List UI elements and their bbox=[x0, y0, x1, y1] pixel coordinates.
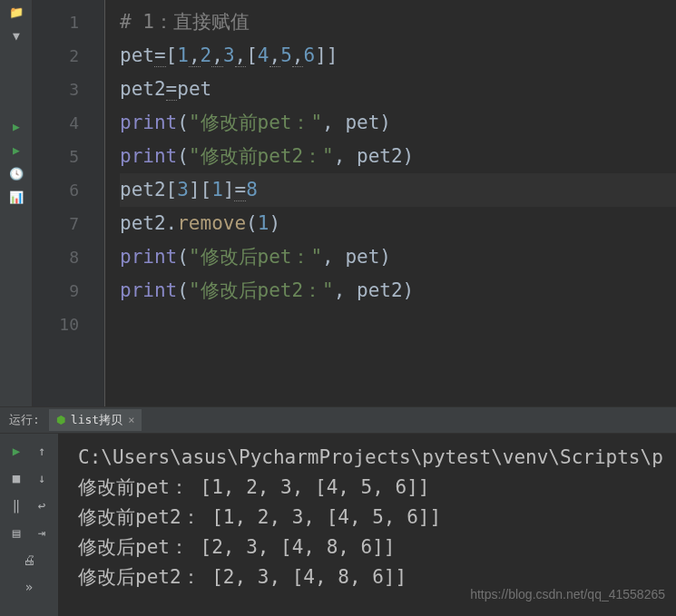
code-line[interactable]: print("修改前pet：", pet) bbox=[120, 106, 676, 140]
scroll-down-icon[interactable]: ↓ bbox=[32, 468, 52, 488]
code-line[interactable]: print("修改后pet2：", pet2) bbox=[120, 274, 676, 308]
code-line[interactable]: print("修改前pet2：", pet2) bbox=[120, 140, 676, 173]
wrap-icon[interactable]: ↩ bbox=[32, 495, 52, 515]
stop-icon[interactable]: ■ bbox=[6, 468, 26, 488]
more-icon[interactable]: » bbox=[19, 577, 39, 597]
layout-icon[interactable]: ▤ bbox=[6, 523, 26, 543]
print-icon[interactable]: 🖨 bbox=[19, 550, 39, 570]
code-line[interactable]: pet2.remove(1) bbox=[120, 207, 676, 240]
run-tabbar: 运行: ⬢ list拷贝 × bbox=[0, 406, 676, 434]
project-folder-icon[interactable]: 📁 bbox=[0, 0, 33, 24]
editor: 12345678910 # 1：直接赋值pet=[1,2,3,[4,5,6]]p… bbox=[33, 0, 676, 406]
gutter-line: 1 bbox=[33, 5, 104, 39]
play-icon-2[interactable]: ▶ bbox=[0, 139, 33, 162]
gutter-line: 2 bbox=[33, 39, 104, 73]
gutter-line: 10 bbox=[33, 308, 104, 341]
run-tab-name: list拷贝 bbox=[71, 412, 122, 428]
code-body[interactable]: # 1：直接赋值pet=[1,2,3,[4,5,6]]pet2=petprint… bbox=[105, 0, 676, 406]
rerun-icon[interactable]: ▶ bbox=[6, 441, 26, 461]
code-line[interactable]: pet2=pet bbox=[120, 73, 676, 106]
code-line[interactable] bbox=[120, 308, 676, 341]
run-label: 运行: bbox=[5, 412, 44, 428]
gutter-line: 7 bbox=[33, 207, 104, 240]
run-panel: 运行: ⬢ list拷贝 × ▶ ↑ ■ ↓ ‖ ↩ ▤ ⇥ bbox=[0, 406, 676, 616]
gutter-line: 6 bbox=[33, 173, 104, 207]
run-toolbar: ▶ ↑ ■ ↓ ‖ ↩ ▤ ⇥ 🖨 » bbox=[0, 434, 58, 616]
code-line[interactable]: print("修改后pet：", pet) bbox=[120, 240, 676, 274]
scroll-up-icon[interactable]: ↑ bbox=[32, 441, 52, 461]
gutter-line: 8 bbox=[33, 240, 104, 274]
collapse-icon[interactable]: ▼ bbox=[0, 24, 33, 47]
code-line[interactable]: pet2[3][1]=8 bbox=[120, 173, 676, 207]
play-icon[interactable]: ▶ bbox=[0, 115, 33, 139]
gutter-line: 4 bbox=[33, 106, 104, 140]
run-tab[interactable]: ⬢ list拷贝 × bbox=[49, 409, 142, 431]
chart-icon[interactable]: 📊 bbox=[0, 186, 33, 210]
python-icon: ⬢ bbox=[56, 414, 65, 426]
gutter-line: 9 bbox=[33, 274, 104, 308]
clock-icon[interactable]: 🕓 bbox=[0, 162, 33, 186]
gutter-line: 5 bbox=[33, 140, 104, 173]
step-icon[interactable]: ⇥ bbox=[32, 523, 52, 543]
watermark: https://blog.csdn.net/qq_41558265 bbox=[470, 587, 665, 601]
pause-icon[interactable]: ‖ bbox=[6, 495, 26, 515]
gutter-line: 3 bbox=[33, 73, 104, 106]
gutter: 12345678910 bbox=[33, 0, 105, 406]
close-icon[interactable]: × bbox=[128, 414, 134, 426]
code-line[interactable]: pet=[1,2,3,[4,5,6]] bbox=[120, 39, 676, 73]
code-line[interactable]: # 1：直接赋值 bbox=[120, 5, 676, 39]
